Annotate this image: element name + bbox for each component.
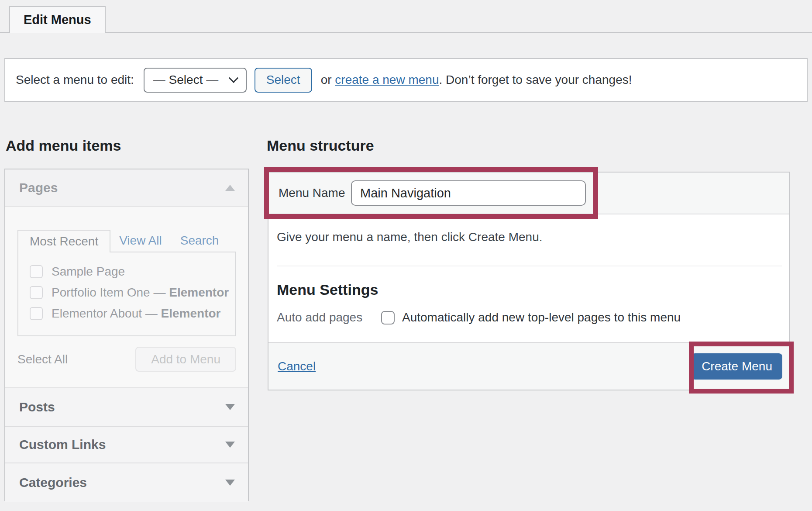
select-button-label: Select xyxy=(266,73,300,87)
tab-most-recent-label: Most Recent xyxy=(30,235,98,249)
checkbox-elementor-about[interactable] xyxy=(30,307,43,320)
wordpress-edit-menus-screen: Edit Menus Select a menu to edit: — Sele… xyxy=(0,0,812,511)
accordion-categories[interactable]: Categories xyxy=(5,463,248,502)
pages-title: Pages xyxy=(19,180,58,195)
list-item: Sample Page xyxy=(30,265,227,279)
chevron-down-icon xyxy=(225,480,235,486)
item-text: Elementor About — xyxy=(52,307,161,320)
menu-dropdown-value: — Select — xyxy=(153,73,218,87)
tab-view-all-label: View All xyxy=(119,234,162,248)
posts-title: Posts xyxy=(19,400,55,414)
list-item: Elementor About — Elementor xyxy=(30,307,227,321)
create-new-menu-link[interactable]: create a new menu xyxy=(335,73,439,86)
select-all-link[interactable]: Select All xyxy=(17,352,68,366)
menu-help-text: Give your menu a name, then click Create… xyxy=(277,230,782,244)
auto-add-pages-label: Auto add pages xyxy=(277,311,381,325)
pages-list: Sample Page Portfolio Item One — Element… xyxy=(17,252,236,336)
menu-name-label: Menu Name xyxy=(279,186,351,200)
custom-links-title: Custom Links xyxy=(19,437,106,452)
list-item-label: Sample Page xyxy=(52,265,125,279)
or-text: or xyxy=(321,73,335,86)
list-item: Portfolio Item One — Elementor xyxy=(30,286,227,300)
auto-add-pages-row: Auto add pages Automatically add new top… xyxy=(277,311,782,325)
pages-tabs: Most Recent View All Search xyxy=(17,230,236,252)
create-menu-button-label: Create Menu xyxy=(702,359,772,373)
nav-tab-bar: Edit Menus xyxy=(0,6,812,33)
list-item-label: Portfolio Item One — Elementor xyxy=(52,286,229,300)
pages-section: Pages Most Recent View All Search xyxy=(5,169,248,388)
item-suffix: Elementor xyxy=(161,307,221,320)
manage-menus-bar: Select a menu to edit: — Select — Select… xyxy=(4,58,808,102)
divider xyxy=(277,266,782,266)
pages-footer: Select All Add to Menu xyxy=(17,347,236,372)
tab-view-all[interactable]: View All xyxy=(119,230,162,252)
menu-name-input[interactable] xyxy=(351,180,586,206)
categories-title: Categories xyxy=(19,475,87,490)
menu-dropdown[interactable]: — Select — xyxy=(144,68,247,93)
pages-body: Most Recent View All Search Sample Page xyxy=(5,207,248,388)
select-button[interactable]: Select xyxy=(255,68,312,93)
tab-search-label: Search xyxy=(180,234,219,248)
tab-most-recent[interactable]: Most Recent xyxy=(17,230,110,252)
tab-edit-menus-label: Edit Menus xyxy=(24,13,91,27)
list-item-label: Elementor About — Elementor xyxy=(52,307,221,321)
tab-search[interactable]: Search xyxy=(180,230,219,252)
auto-add-pages-description: Automatically add new top-level pages to… xyxy=(402,311,681,325)
add-menu-items-panel: Pages Most Recent View All Search xyxy=(4,169,249,501)
menu-name-header: Menu Name xyxy=(268,173,789,214)
create-menu-button[interactable]: Create Menu xyxy=(692,353,782,380)
add-menu-items-heading: Add menu items xyxy=(6,137,121,154)
cancel-link[interactable]: Cancel xyxy=(278,359,316,373)
collapse-up-icon xyxy=(225,185,235,191)
select-menu-label: Select a menu to edit: xyxy=(16,73,134,87)
chevron-down-icon xyxy=(225,404,235,410)
menu-card-body: Give your menu a name, then click Create… xyxy=(268,214,789,325)
item-text: Sample Page xyxy=(52,265,125,278)
accordion-pages[interactable]: Pages xyxy=(5,169,248,207)
chevron-down-icon xyxy=(229,73,239,83)
item-suffix: Elementor xyxy=(169,286,229,299)
accordion-custom-links[interactable]: Custom Links xyxy=(5,426,248,463)
tab-edit-menus[interactable]: Edit Menus xyxy=(9,6,106,33)
add-to-menu-button[interactable]: Add to Menu xyxy=(135,347,236,372)
chevron-down-icon xyxy=(225,442,235,448)
checkbox-sample-page[interactable] xyxy=(30,265,43,278)
menu-settings-heading: Menu Settings xyxy=(277,281,782,298)
menu-card-footer: Cancel Create Menu xyxy=(268,342,789,390)
item-text: Portfolio Item One — xyxy=(52,286,169,299)
auto-add-pages-checkbox[interactable] xyxy=(381,311,395,325)
menu-structure-heading: Menu structure xyxy=(267,137,374,154)
add-to-menu-label: Add to Menu xyxy=(151,352,220,366)
accordion-posts[interactable]: Posts xyxy=(5,388,248,426)
checkbox-portfolio-item-one[interactable] xyxy=(30,286,43,299)
menu-structure-card: Menu Name Give your menu a name, then cl… xyxy=(268,172,790,390)
save-reminder-text: . Don’t forget to save your changes! xyxy=(439,73,632,86)
create-menu-sentence: or create a new menu. Don’t forget to sa… xyxy=(321,73,632,87)
